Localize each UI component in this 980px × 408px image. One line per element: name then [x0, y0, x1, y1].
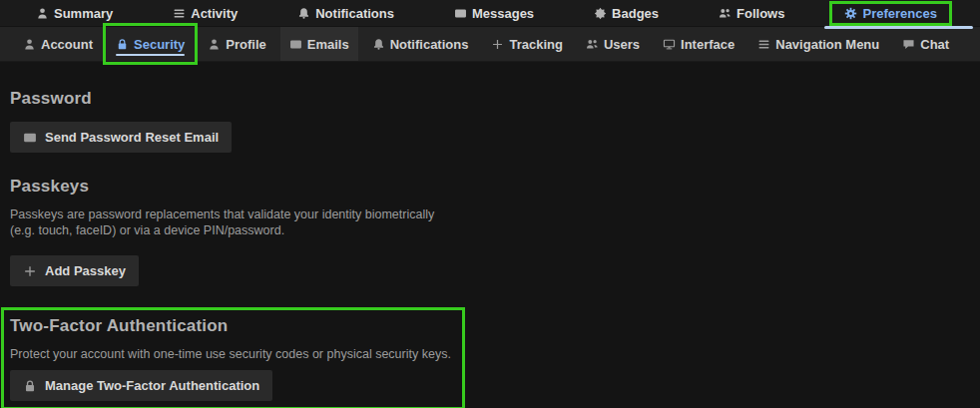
passkeys-description: Passkeys are password replacements that … — [10, 206, 459, 238]
users-icon — [719, 7, 732, 20]
primary-nav-tab-follows[interactable]: Follows — [706, 3, 797, 24]
bell-icon — [372, 38, 385, 51]
person-icon — [36, 7, 49, 20]
password-section: Password Send Password Reset Email — [10, 89, 980, 153]
plus-icon — [23, 264, 37, 278]
send-password-reset-button[interactable]: Send Password Reset Email — [10, 122, 232, 153]
secondary-nav-tab-security[interactable]: Security — [107, 27, 194, 61]
tab-label: Account — [41, 37, 93, 52]
secondary-nav-tab-emails[interactable]: Emails — [280, 27, 358, 61]
secondary-nav-tab-navigation-menu[interactable]: Navigation Menu — [748, 27, 888, 61]
tab-label: Notifications — [315, 6, 394, 21]
tab-label: Activity — [191, 6, 238, 21]
secondary-nav-tab-tracking[interactable]: Tracking — [482, 27, 571, 61]
envelope-icon — [23, 131, 37, 145]
list-icon — [173, 7, 186, 20]
tab-label: Interface — [681, 37, 735, 52]
two-factor-section: Two-Factor Authentication Protect your a… — [10, 316, 456, 401]
two-factor-description: Protect your account with one-time use s… — [10, 346, 456, 362]
lock-icon — [23, 379, 37, 393]
secondary-nav-tab-account[interactable]: Account — [14, 27, 102, 61]
tab-label: Preferences — [862, 6, 936, 21]
gear-icon — [844, 7, 857, 20]
secondary-nav-tab-chat[interactable]: Chat — [893, 27, 958, 61]
tab-label: Messages — [472, 6, 534, 21]
security-preferences-content: Password Send Password Reset Email Passk… — [0, 62, 980, 401]
plus-icon — [491, 38, 504, 51]
primary-nav-tab-notifications[interactable]: Notifications — [284, 3, 407, 24]
secondary-nav-tab-users[interactable]: Users — [577, 27, 649, 61]
envelope-icon — [289, 38, 302, 51]
tab-label: Profile — [226, 37, 265, 52]
badge-icon — [594, 7, 607, 20]
tab-label: Tracking — [509, 37, 562, 52]
passkeys-section: Passkeys Passkeys are password replaceme… — [10, 177, 980, 286]
tab-label: Badges — [612, 6, 659, 21]
secondary-nav: AccountSecurityProfileEmailsNotification… — [0, 27, 980, 62]
envelope-icon — [454, 7, 467, 20]
preferences-active-underline — [824, 26, 973, 29]
manage-two-factor-button[interactable]: Manage Two-Factor Authentication — [10, 370, 272, 401]
tab-label: Navigation Menu — [775, 37, 879, 52]
list-icon — [757, 38, 770, 51]
monitor-icon — [663, 38, 676, 51]
person-icon — [23, 38, 36, 51]
password-section-title: Password — [10, 89, 980, 109]
tab-label: Chat — [920, 37, 949, 52]
add-passkey-button[interactable]: Add Passkey — [10, 255, 139, 286]
primary-nav-tab-preferences[interactable]: Preferences — [831, 3, 949, 24]
button-label: Add Passkey — [45, 263, 126, 278]
primary-nav-tab-messages[interactable]: Messages — [441, 3, 547, 24]
primary-nav: SummaryActivityNotificationsMessagesBadg… — [0, 0, 980, 27]
preferences-page: SummaryActivityNotificationsMessagesBadg… — [0, 0, 980, 408]
tab-label: Follows — [736, 6, 784, 21]
person-icon — [208, 38, 221, 51]
two-factor-section-title: Two-Factor Authentication — [10, 316, 456, 336]
primary-nav-tab-activity[interactable]: Activity — [160, 3, 250, 24]
tab-label: Emails — [307, 37, 349, 52]
passkeys-section-title: Passkeys — [10, 177, 980, 197]
primary-nav-tab-summary[interactable]: Summary — [23, 3, 126, 24]
secondary-nav-tab-notifications[interactable]: Notifications — [363, 27, 478, 61]
tab-label: Summary — [54, 6, 113, 21]
bell-icon — [297, 7, 310, 20]
tab-label: Users — [604, 37, 640, 52]
tab-label: Security — [134, 37, 185, 52]
chat-icon — [902, 38, 915, 51]
button-label: Send Password Reset Email — [45, 130, 219, 145]
secondary-nav-tab-profile[interactable]: Profile — [199, 27, 274, 61]
button-label: Manage Two-Factor Authentication — [45, 378, 259, 393]
secondary-nav-tab-interface[interactable]: Interface — [654, 27, 743, 61]
users-icon — [586, 38, 599, 51]
tab-label: Notifications — [390, 37, 469, 52]
primary-nav-tab-badges[interactable]: Badges — [581, 3, 672, 24]
lock-icon — [116, 38, 129, 51]
